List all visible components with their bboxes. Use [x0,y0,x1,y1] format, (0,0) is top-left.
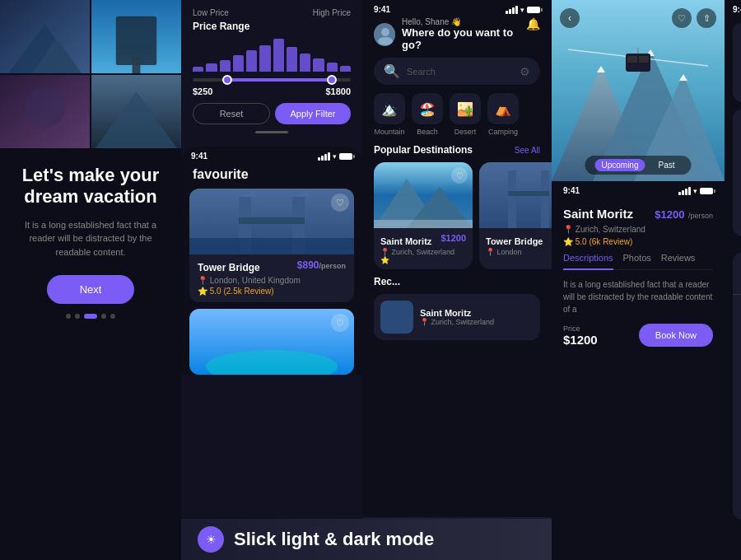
recent-card[interactable]: Saint Moritz 📍 Zurich, Switzerland [374,294,540,340]
detail-status-bar: 9:41 ▾ [552,181,725,197]
recent-title: Rec... [374,276,540,287]
slider-thumb-left[interactable] [222,75,232,85]
dest-card-img-sm: ♡ [374,162,473,228]
detail-tab-bar: Descriptions Photos Reviews [563,253,713,270]
home-panel: 9:41 ▾ Hello, Shane 👋 Where do you want … [362,0,552,560]
destination-rating: ⭐ 5.0 (6k Review) [563,237,713,246]
status-bar-fav: 9:41 ▾ [181,147,362,164]
svg-point-20 [381,28,389,36]
filter-action-buttons: Reset Apply Filter [193,103,351,124]
apply-filter-button[interactable]: Apply Filter [275,103,351,124]
bar-6 [259,45,270,72]
review-header: ‹ Review Trip [733,268,741,295]
dest-card-tower[interactable]: ♡ Tower Bridge $890 📍 London [479,162,552,269]
dot-4 [101,314,106,319]
min-price: $250 [193,86,212,96]
price-value: $1200 [563,333,598,347]
book-now-button[interactable]: Book Now [639,324,713,347]
dest-card-info-sm: Saint Moritz $1200 📍 Zurich, Switzerland… [374,228,473,269]
filter-section: Low Price High Price Price Range $250 $1… [181,0,362,147]
d-sb2 [682,190,684,195]
camping-label: Camping [488,128,518,136]
camping-icon: ⛺ [487,93,519,124]
svg-rect-29 [508,191,549,196]
tab-photos[interactable]: Photos [623,253,651,263]
status-icons-fav: ▾ [318,152,352,161]
price-slider-track[interactable] [193,78,351,82]
see-all-link[interactable]: See All [515,146,540,155]
destination-name: Saint Moritz [563,207,633,221]
search-bar[interactable]: 🔍 Search ⚙ [374,58,540,85]
image-cell-4 [91,75,181,148]
notification-icon[interactable]: 🔔 [526,17,540,30]
bar-s3 [324,154,327,161]
destination-detail-panel: ‹ ♡ ⇧ Upcoming Past 9:41 ▾ Saint Moritz [552,0,725,560]
destination-description: It is a long established fact that a rea… [563,278,713,315]
price-label: Price [563,324,598,333]
image-cell-3 [0,75,90,148]
past-tab[interactable]: Past [652,159,682,171]
detail-time: 9:41 [563,186,580,195]
filter-icon[interactable]: ⚙ [520,65,530,78]
category-mountain[interactable]: 🏔️ Mountain [374,93,405,136]
fav-card-name-tower: Tower Bridge [198,262,260,273]
mountain-label: Mountain [374,128,404,136]
user-avatar [374,23,395,46]
fav-card-tower-bridge[interactable]: ♡ Tower Bridge $890/person 📍 London, Uni… [189,189,354,302]
recent-card-image [380,301,413,334]
category-desert[interactable]: 🏜️ Desert [450,93,481,136]
dest-loc-sm: 📍 Zurich, Switzerland [380,248,466,256]
fav-time: 9:41 [191,152,207,161]
bar-s4 [328,152,330,161]
favourite-icon-btn[interactable]: ♡ [672,8,692,28]
slider-thumb-right[interactable] [327,75,337,85]
favourites-phone: 9:41 ▾ favourite [181,147,362,375]
dest-price-sm: $1200 [440,233,466,243]
home-signal-icon [506,6,518,14]
fav-title: favourite [193,167,249,181]
overlay-bar: ☀ Slick light & dark mode [181,519,552,560]
dest-card-saint-moritz[interactable]: ♡ Saint Moritz $1200 📍 Zurich, Switzerla… [374,162,473,269]
bar-3 [220,60,231,72]
bar-5 [246,50,257,72]
overlay-icon: ☀ [198,526,224,553]
fav-heart-icon-2[interactable]: ♡ [331,314,349,332]
bar-9 [300,54,310,72]
next-button[interactable]: Next [47,275,135,304]
fav-card-price-tower: $890/person [297,259,346,271]
booking-card-2: Addu Atoll 📍 Maldives Upcoming Booking I… [733,109,741,236]
share-icon-btn[interactable]: ⇧ [697,8,716,28]
popular-title: Popular Destinations [374,144,473,156]
recent-card-info: Saint Moritz 📍 Zurich, Switzerland [420,308,534,326]
recent-loc: 📍 Zurich, Switzerland [420,318,534,326]
dest-heart-sm[interactable]: ♡ [451,167,468,184]
onboarding-panel: Let's make your dream vacation It is a l… [0,0,181,560]
category-row: 🏔️ Mountain 🏖️ Beach 🏜️ Desert ⛺ Camping [374,93,540,136]
fav-card-rating-tower: ⭐ 5.0 (2.5k Review) [198,287,346,296]
image-grid [0,0,181,148]
detail-name-price-row: Saint Moritz $1200 /person [563,207,713,222]
bar-7 [273,39,284,72]
desert-icon: 🏜️ [450,93,481,124]
popular-section-header: Popular Destinations See All [362,144,552,162]
dot-3 [84,314,97,319]
category-beach[interactable]: 🏖️ Beach [412,93,443,136]
reset-button[interactable]: Reset [193,103,270,124]
tab-reviews[interactable]: Reviews [661,253,696,263]
price-range-labels: Low Price High Price [193,8,351,17]
bar-10 [313,58,324,72]
upcoming-tab[interactable]: Upcoming [594,159,645,171]
tab-descriptions[interactable]: Descriptions [563,253,613,270]
signal-icon [318,152,330,161]
recent-name: Saint Moritz [420,308,534,318]
favourites-grid: ♡ Tower Bridge $890/person 📍 London, Uni… [181,189,362,375]
home-battery-icon [527,7,540,13]
category-camping[interactable]: ⛺ Camping [487,93,519,136]
question-text: Where do you want to go? [402,26,526,51]
fav-section-header: favourite [181,164,362,189]
desert-label: Desert [454,128,477,136]
beach-icon: 🏖️ [412,93,443,124]
back-button[interactable]: ‹ [560,8,580,28]
fav-card-2[interactable]: ♡ [189,309,354,375]
fav-heart-icon[interactable]: ♡ [331,194,349,212]
